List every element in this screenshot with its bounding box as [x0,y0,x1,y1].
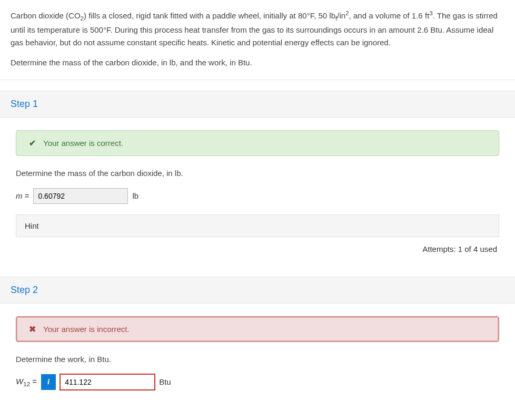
unit-lb: lb [132,191,138,200]
text-fragment: ) fills a closed, rigid tank fitted with… [84,11,335,20]
hint-button[interactable]: Hint [16,214,499,237]
text-fragment: Carbon dioxide (CO [11,11,81,20]
step-1-body: ✔ Your answer is correct. Determine the … [0,118,515,266]
text-fragment: /in [337,11,345,20]
step-2-header: Step 2 [0,277,515,304]
variable-label-w12: W12 = [16,377,37,387]
hint-label: Hint [25,221,39,230]
info-button[interactable]: i [41,374,56,390]
feedback-incorrect-box: ✖ Your answer is incorrect. [16,316,499,342]
variable-label-m: m = [16,191,29,200]
step-1-section: Step 1 ✔ Your answer is correct. Determi… [0,91,515,266]
attempts-counter: Attempts: 1 of 4 used [16,245,499,253]
feedback-correct-box: ✔ Your answer is correct. [16,130,499,156]
step-1-answer-row: m = lb [16,188,499,204]
feedback-text: Your answer is incorrect. [43,325,130,334]
problem-paragraph-1: Carbon dioxide (CO2) fills a closed, rig… [11,8,504,49]
var-w: W [16,377,23,386]
step-1-prompt: Determine the mass of the carbon dioxide… [16,169,499,178]
subscript-12: 12 [23,380,30,387]
step-2-section: Step 2 ✖ Your answer is incorrect. Deter… [0,277,515,413]
problem-statement: Carbon dioxide (CO2) fills a closed, rig… [0,0,515,80]
step-1-header: Step 1 [0,91,515,118]
text-fragment: , and a volume of 1.6 ft [349,11,430,20]
unit-btu: Btu [159,377,171,386]
feedback-text: Your answer is correct. [43,139,123,148]
var-m: m [16,191,23,200]
equals-sign: = [30,377,37,386]
step-2-answer-row: W12 = i Btu [16,374,499,390]
step-2-body: ✖ Your answer is incorrect. Determine th… [0,304,515,413]
step-2-prompt: Determine the work, in Btu. [16,355,499,364]
x-icon: ✖ [29,324,36,334]
work-input[interactable] [60,374,155,390]
equals-sign: = [23,191,29,200]
problem-paragraph-2: Determine the mass of the carbon dioxide… [11,56,504,69]
mass-input[interactable] [33,188,128,204]
check-icon: ✔ [29,138,36,148]
